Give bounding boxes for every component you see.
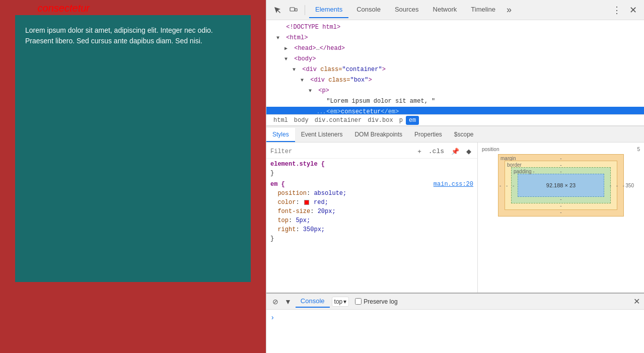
html-triangle[interactable]	[276, 34, 282, 43]
head-triangle[interactable]	[284, 44, 291, 53]
cls-button[interactable]: .cls	[426, 147, 446, 156]
css-filter-input[interactable]	[270, 148, 412, 155]
bm-content: 92.188 × 23	[518, 174, 604, 197]
dom-line-html[interactable]: <html>	[266, 33, 644, 43]
console-tab[interactable]: Console	[296, 295, 330, 308]
container-attr-value: "container"	[342, 66, 382, 73]
dom-line-doctype[interactable]: <!DOCTYPE html>	[266, 22, 644, 33]
margin-bottom: -	[560, 209, 561, 215]
em-closing-tag: </em>	[381, 108, 399, 115]
dom-line-container[interactable]: <div class="container">	[266, 64, 644, 75]
console-filter-icon-button[interactable]: ▼	[282, 297, 294, 307]
console-filter-select[interactable]: top ▾	[332, 297, 349, 307]
tab-properties[interactable]: Properties	[408, 128, 448, 142]
em-color-prop: color	[277, 199, 296, 206]
dom-line-text1[interactable]: "Lorem ipsum dolor sit amet, "	[266, 96, 644, 107]
inspect-icon-button[interactable]	[270, 3, 284, 17]
padding-top: -	[560, 169, 561, 174]
tab-elements[interactable]: Elements	[309, 2, 348, 18]
em-text-node: consectetur	[341, 108, 381, 115]
dom-line-p[interactable]: <p>	[266, 86, 644, 96]
dom-line-em[interactable]: ... <em>consectetur</em>	[266, 107, 644, 115]
border-right: -	[616, 183, 618, 188]
console-stop-button[interactable]: ⊘	[270, 297, 280, 307]
element-style-rule: element.style { }	[266, 159, 477, 179]
filter-top-label: top	[334, 298, 343, 305]
bm-padding: padding - - - - - 92.188 × 23	[511, 167, 611, 203]
breadcrumb-container[interactable]: div.container	[312, 116, 365, 125]
element-style-selector: element.style {	[270, 161, 325, 168]
box-model-panel: position 5 margin - - - -	[478, 143, 644, 293]
breadcrumb-em[interactable]: em	[406, 116, 419, 125]
bm-margin: margin - - - - border - - - -	[498, 154, 624, 217]
em-css-rule: em { main.css:20 position: absolute; col…	[266, 179, 477, 244]
styles-tabs: Styles Event Listeners DOM Breakpoints P…	[266, 126, 644, 143]
preserve-log-label[interactable]: Preserve log	[355, 298, 397, 305]
pin-styles-button[interactable]: 📌	[449, 147, 461, 156]
devtools-panel: Elements Console Sources Network Timelin…	[266, 0, 644, 353]
container-triangle[interactable]	[293, 65, 299, 75]
lorem-paragraph: Lorem ipsum dolor sit amet, adipiscing e…	[25, 25, 241, 46]
breadcrumb: html body div.container div.box p em	[266, 115, 644, 126]
filter-bar: + .cls 📌 ◆	[266, 145, 477, 159]
elements-panel: <!DOCTYPE html> <html> <head>…</head> <b…	[266, 20, 644, 293]
breadcrumb-p[interactable]: p	[396, 116, 406, 125]
dom-tree[interactable]: <!DOCTYPE html> <html> <head>…</head> <b…	[266, 20, 644, 115]
bottom-section: Styles Event Listeners DOM Breakpoints P…	[266, 126, 644, 293]
console-prompt-row: ›	[270, 314, 640, 322]
padding-label: padding -	[514, 169, 535, 174]
color-swatch-red[interactable]	[304, 200, 309, 205]
em-rule-close: }	[270, 235, 274, 242]
text1-spacer	[317, 97, 323, 106]
tab-timeline[interactable]: Timeline	[465, 2, 502, 18]
content-size: 92.188 × 23	[546, 182, 576, 188]
console-input[interactable]	[276, 314, 640, 321]
filter-arrow-icon: ▾	[343, 298, 346, 305]
box-triangle[interactable]	[301, 76, 307, 85]
bm-border: border - - - - padding - - - -	[505, 161, 617, 210]
triangle-spacer	[276, 23, 282, 32]
em-right-prop: right	[277, 226, 296, 233]
more-tabs-icon[interactable]: »	[504, 5, 515, 15]
dom-line-box[interactable]: <div class="box">	[266, 75, 644, 86]
em-position-prop: position	[277, 190, 307, 197]
console-close-button[interactable]: ✕	[633, 297, 640, 306]
em-right-value: 350px;	[303, 226, 325, 233]
body-triangle[interactable]	[284, 55, 291, 64]
tab-scope[interactable]: $scope	[448, 128, 480, 142]
padding-right-value: -	[610, 183, 611, 188]
dom-line-body[interactable]: <body>	[266, 54, 644, 64]
tab-styles[interactable]: Styles	[266, 128, 295, 142]
em-source-link[interactable]: main.css:20	[434, 180, 473, 189]
device-toggle-button[interactable]	[287, 3, 301, 17]
head-close-tag: </head>	[320, 45, 345, 52]
tab-sources[interactable]: Sources	[389, 2, 425, 18]
p-triangle[interactable]	[309, 87, 315, 96]
devtools-close-button[interactable]: ✕	[626, 5, 640, 16]
element-style-close: }	[270, 170, 274, 177]
box-close-brace: >	[368, 77, 372, 84]
preserve-log-checkbox[interactable]	[355, 298, 362, 305]
toolbar-separator	[305, 5, 305, 15]
box-attr-value: "box"	[350, 77, 368, 84]
add-style-button[interactable]: +	[415, 147, 423, 156]
lorem-text-node: "Lorem ipsum dolor sit amet, "	[326, 98, 435, 105]
breadcrumb-html[interactable]: html	[270, 116, 291, 125]
em-tag-name: em	[330, 108, 337, 115]
dom-line-head[interactable]: <head>…</head>	[266, 43, 644, 54]
palette-button[interactable]: ◆	[464, 147, 473, 156]
em-color-value: red;	[310, 199, 328, 206]
tab-network[interactable]: Network	[427, 2, 463, 18]
p-tag: <p>	[318, 87, 329, 94]
box-open-tag: <div	[310, 77, 328, 84]
breadcrumb-body[interactable]: body	[291, 116, 312, 125]
box-model-visual: margin - - - - border - - - -	[498, 154, 624, 217]
tab-console[interactable]: Console	[350, 2, 387, 18]
svg-rect-0	[290, 8, 295, 11]
devtools-menu-icon[interactable]: ⋮	[609, 5, 624, 16]
webpage-container: Lorem ipsum dolor sit amet, adipiscing e…	[15, 15, 251, 282]
breadcrumb-box[interactable]: div.box	[365, 116, 396, 125]
tab-dom-breakpoints[interactable]: DOM Breakpoints	[348, 128, 408, 142]
webpage-preview: Lorem ipsum dolor sit amet, adipiscing e…	[0, 0, 266, 353]
tab-event-listeners[interactable]: Event Listeners	[295, 128, 349, 142]
